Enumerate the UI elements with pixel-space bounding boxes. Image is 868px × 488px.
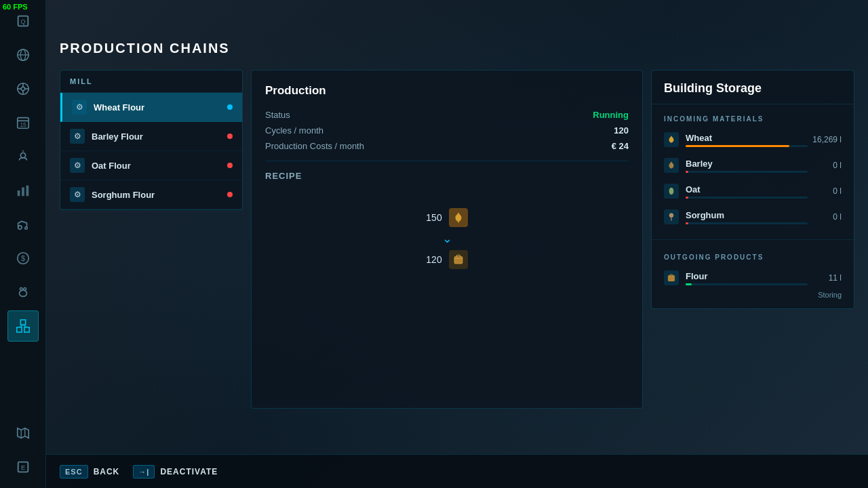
storage-item-wheat: Wheat 16,269 l bbox=[652, 127, 854, 152]
sidebar-item-wheel[interactable] bbox=[7, 73, 39, 104]
sidebar-item-calendar[interactable]: 15 bbox=[7, 107, 39, 138]
oat-content: Oat bbox=[686, 184, 808, 199]
flour-bar-fill bbox=[686, 283, 692, 285]
sidebar-item-e[interactable]: E bbox=[7, 451, 39, 483]
chains-section-header: MILL bbox=[60, 70, 242, 93]
sidebar-item-tractor[interactable] bbox=[7, 209, 39, 240]
chain-item-barley-flour[interactable]: ⚙ Barley Flour bbox=[60, 122, 242, 151]
incoming-section: INCOMING MATERIALS Wheat 16,269 l bbox=[652, 104, 854, 237]
barley-value: 0 l bbox=[808, 161, 842, 170]
storage-item-flour: Flour 11 l bbox=[652, 265, 854, 291]
flour-bar bbox=[686, 283, 808, 285]
chain-item-dot bbox=[227, 163, 233, 168]
barley-bar bbox=[686, 171, 808, 173]
svg-point-14 bbox=[20, 153, 25, 158]
chain-item-dot bbox=[227, 192, 233, 197]
oat-value: 0 l bbox=[808, 186, 842, 196]
sidebar-item-map[interactable] bbox=[7, 418, 39, 449]
svg-rect-16 bbox=[17, 190, 20, 196]
barley-content: Barley bbox=[686, 159, 808, 173]
chain-item-dot bbox=[227, 104, 233, 110]
costs-label: Production Costs / month bbox=[265, 141, 364, 151]
fps-counter: 60 FPS bbox=[3, 3, 28, 11]
cycles-value: 120 bbox=[614, 125, 629, 136]
oat-flour-icon: ⚙ bbox=[70, 158, 85, 173]
chain-item-label: Oat Flour bbox=[92, 161, 222, 171]
svg-point-40 bbox=[669, 188, 673, 194]
sidebar-item-production[interactable] bbox=[7, 310, 39, 342]
storage-title: Building Storage bbox=[652, 70, 854, 104]
costs-row: Production Costs / month € 24 bbox=[265, 141, 629, 151]
svg-rect-27 bbox=[24, 327, 28, 332]
recipe-output: 120 bbox=[426, 250, 467, 269]
incoming-header: INCOMING MATERIALS bbox=[652, 111, 854, 127]
deactivate-key: →| bbox=[133, 465, 155, 479]
back-button[interactable]: ESC BACK bbox=[60, 465, 119, 479]
storage-item-oat: Oat 0 l bbox=[652, 178, 854, 204]
wheat-name: Wheat bbox=[686, 133, 808, 143]
svg-text:E: E bbox=[20, 464, 24, 471]
sorghum-value: 0 l bbox=[808, 212, 842, 222]
svg-point-6 bbox=[21, 87, 25, 91]
sidebar-item-animals[interactable] bbox=[7, 277, 39, 308]
svg-point-24 bbox=[20, 288, 22, 291]
svg-rect-17 bbox=[22, 187, 24, 196]
costs-value: € 24 bbox=[612, 141, 629, 151]
wheat-flour-icon: ⚙ bbox=[72, 100, 87, 115]
chain-item-oat-flour[interactable]: ⚙ Oat Flour bbox=[60, 151, 242, 180]
outgoing-section: OUTGOING PRODUCTS Flour 11 l Storing bbox=[652, 243, 854, 308]
wheat-bar bbox=[686, 145, 808, 147]
deactivate-button[interactable]: →| DEACTIVATE bbox=[133, 465, 218, 479]
cycles-row: Cycles / month 120 bbox=[265, 125, 629, 136]
sorghum-content: Sorghum bbox=[686, 210, 808, 224]
svg-rect-43 bbox=[668, 276, 674, 281]
cycles-label: Cycles / month bbox=[265, 125, 323, 136]
sidebar-item-globe[interactable] bbox=[7, 39, 39, 70]
storage-item-barley: Barley 0 l bbox=[652, 152, 854, 178]
storage-divider bbox=[652, 239, 854, 240]
chain-item-dot bbox=[227, 134, 233, 139]
sidebar-item-money[interactable]: $ bbox=[7, 243, 39, 274]
storage-panel: Building Storage INCOMING MATERIALS Whea… bbox=[651, 70, 854, 309]
svg-rect-18 bbox=[26, 186, 28, 197]
svg-text:$: $ bbox=[20, 254, 24, 262]
recipe-title: Recipe bbox=[265, 171, 629, 181]
chain-item-wheat-flour[interactable]: ⚙ Wheat Flour bbox=[60, 93, 242, 122]
sidebar-item-chart[interactable] bbox=[7, 175, 39, 206]
chain-item-label: Barley Flour bbox=[92, 131, 222, 142]
sorghum-icon bbox=[664, 209, 679, 224]
status-value: Running bbox=[593, 110, 629, 120]
storage-item-sorghum: Sorghum 0 l bbox=[652, 204, 854, 230]
svg-marker-31 bbox=[17, 428, 28, 439]
panels-row: MILL ⚙ Wheat Flour ⚙ Barley Flour ⚙ Oat … bbox=[60, 70, 854, 409]
barley-bar-fill bbox=[686, 171, 688, 173]
chain-item-sorghum-flour[interactable]: ⚙ Sorghum Flour bbox=[60, 180, 242, 209]
oat-bar-fill bbox=[686, 197, 688, 199]
main-content: PRODUCTION CHAINS MILL ⚙ Wheat Flour ⚙ B… bbox=[46, 0, 868, 488]
sidebar-item-weather[interactable] bbox=[7, 141, 39, 172]
back-key: ESC bbox=[60, 465, 88, 479]
chain-item-label: Sorghum Flour bbox=[92, 190, 222, 200]
chains-panel: MILL ⚙ Wheat Flour ⚙ Barley Flour ⚙ Oat … bbox=[60, 70, 243, 210]
wheat-icon bbox=[664, 132, 679, 147]
barley-flour-icon: ⚙ bbox=[70, 129, 85, 144]
production-panel: Production Status Running Cycles / month… bbox=[251, 70, 643, 409]
wheat-value: 16,269 l bbox=[808, 135, 842, 144]
svg-rect-26 bbox=[16, 327, 21, 332]
flour-name: Flour bbox=[686, 271, 808, 281]
input-icon bbox=[449, 208, 468, 227]
input-amount: 150 bbox=[426, 212, 441, 223]
oat-icon bbox=[664, 184, 679, 199]
svg-point-25 bbox=[23, 288, 26, 291]
output-icon bbox=[449, 250, 468, 269]
status-label: Status bbox=[265, 110, 290, 120]
oat-bar bbox=[686, 197, 808, 199]
svg-point-23 bbox=[19, 290, 26, 296]
sorghum-flour-icon: ⚙ bbox=[70, 187, 85, 202]
outgoing-header: OUTGOING PRODUCTS bbox=[652, 249, 854, 265]
output-amount: 120 bbox=[426, 254, 441, 265]
flour-content: Flour bbox=[686, 271, 808, 285]
wheat-content: Wheat bbox=[686, 133, 808, 147]
flour-status: Storing bbox=[652, 291, 854, 302]
deactivate-label: DEACTIVATE bbox=[160, 467, 218, 476]
